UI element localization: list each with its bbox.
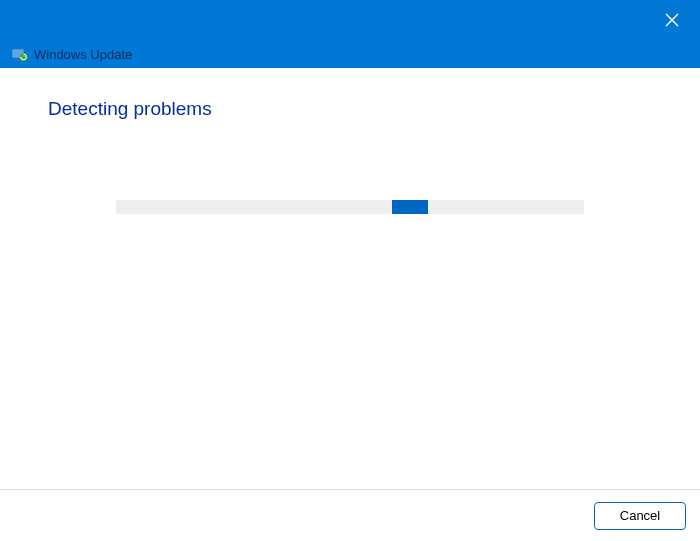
footer: Cancel (0, 489, 700, 541)
windows-update-icon (12, 48, 28, 62)
page-heading: Detecting problems (48, 98, 652, 120)
window-title: Windows Update (34, 47, 132, 62)
svg-rect-4 (14, 60, 22, 61)
cancel-button[interactable]: Cancel (594, 502, 686, 530)
progress-indicator (392, 200, 428, 214)
close-button[interactable] (656, 8, 688, 36)
titlebar: Windows Update (0, 0, 700, 68)
progress-container (48, 200, 652, 214)
progress-bar (116, 200, 584, 214)
close-icon (665, 13, 679, 31)
content-area: Detecting problems (0, 68, 700, 214)
svg-rect-3 (16, 58, 20, 60)
title-row: Windows Update (12, 47, 132, 62)
